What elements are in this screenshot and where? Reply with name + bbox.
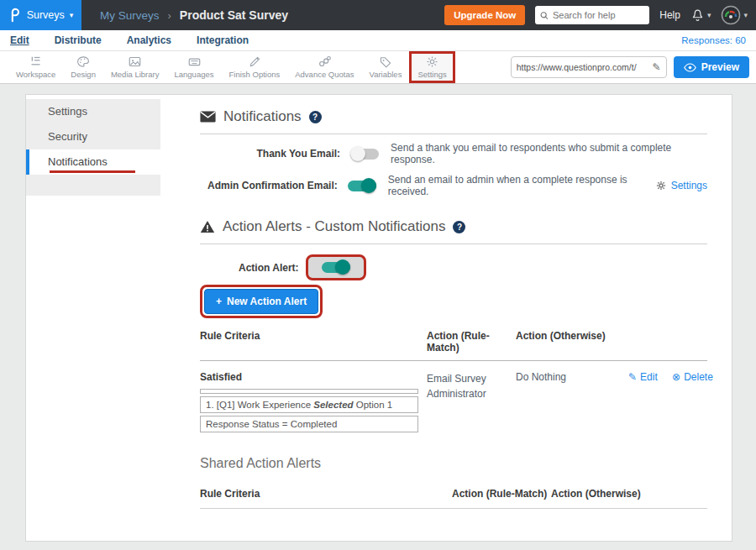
- toolbar-item-variables[interactable]: Variables: [362, 51, 410, 83]
- toolbar-item-settings[interactable]: Settings: [409, 51, 454, 83]
- sidebar-item-label: Security: [48, 130, 87, 143]
- new-action-alert-button[interactable]: + New Action Alert: [204, 289, 318, 314]
- preview-label: Preview: [701, 61, 739, 73]
- criteria-text: 1. [Q1] Work Experience: [206, 400, 313, 410]
- settings-panel: Settings Security Notifications Notifica…: [25, 94, 732, 542]
- chevron-down-icon: ▾: [70, 11, 74, 19]
- notifications-section-header: Notifications ?: [200, 108, 707, 134]
- palette-icon: [76, 55, 90, 68]
- product-menu-label: Surveys: [27, 9, 65, 21]
- action-alert-row: Satisfied 1. [Q1] Work Experience Select…: [200, 361, 707, 432]
- admin-confirmation-email-label: Admin Confirmation Email:: [200, 180, 338, 191]
- edit-url-icon[interactable]: ✎: [653, 61, 661, 73]
- section-title-shared-action-alerts: Shared Action Alerts: [200, 456, 707, 471]
- help-icon[interactable]: ?: [453, 221, 465, 233]
- shared-alerts-empty-area: [200, 509, 707, 532]
- toolbar-label: Finish Options: [229, 70, 281, 79]
- survey-url-field[interactable]: ✎: [511, 56, 667, 78]
- toolbar-label: Settings: [417, 70, 446, 79]
- notifications-bell-menu[interactable]: ▾: [690, 8, 711, 23]
- survey-nav: Edit Distribute Analytics Integration Re…: [0, 30, 756, 51]
- red-annotation-box: + New Action Alert: [200, 285, 323, 318]
- edit-icon: ✎: [628, 371, 637, 383]
- delete-action-alert-link[interactable]: ⊗ Delete: [672, 371, 713, 383]
- chevron-down-icon: ▾: [743, 11, 748, 19]
- sidebar-item-security[interactable]: Security: [26, 124, 160, 149]
- preview-button[interactable]: Preview: [674, 56, 749, 78]
- edit-action-alert-link[interactable]: ✎ Edit: [628, 371, 658, 383]
- toolbar-item-finish-options[interactable]: Finish Options: [222, 51, 288, 83]
- action-otherwise-value: Do Nothing: [516, 371, 628, 432]
- plus-icon: +: [216, 296, 222, 307]
- breadcrumb: My Surveys › Product Sat Survey: [100, 8, 288, 22]
- criteria-text: Response Status = Completed: [206, 419, 337, 429]
- action-rule-match-value: Email Survey Administrator: [427, 371, 516, 432]
- tab-distribute[interactable]: Distribute: [55, 34, 102, 46]
- chain-icon: [318, 55, 332, 68]
- upgrade-now-button[interactable]: Upgrade Now: [444, 5, 525, 25]
- toolbar-item-advance-quotas[interactable]: Advance Quotas: [287, 51, 361, 83]
- col-rule-criteria: Rule Criteria: [200, 488, 452, 500]
- toolbar-label: Variables: [370, 70, 402, 79]
- top-bar: Surveys ▾ My Surveys › Product Sat Surve…: [0, 0, 756, 30]
- thank-you-email-description: Send a thank you email to respondents wh…: [391, 142, 707, 165]
- toolbar-label: Media Library: [111, 70, 160, 79]
- toolbar-item-languages[interactable]: Languages: [166, 51, 221, 83]
- shared-alerts-table-header: Rule Criteria Action (Rule-Match) Action…: [200, 488, 707, 509]
- admin-confirmation-email-toggle[interactable]: [348, 181, 376, 191]
- admin-email-settings-link[interactable]: Settings: [656, 180, 707, 191]
- breadcrumb-survey-name: Product Sat Survey: [180, 8, 288, 22]
- section-title-notifications: Notifications: [223, 108, 302, 125]
- action-alerts-table-header: Rule Criteria Action (Rule-Match) Action…: [200, 330, 707, 361]
- col-action-otherwise: Action (Otherwise): [516, 330, 628, 354]
- toolbar-label: Advance Quotas: [295, 70, 354, 79]
- survey-url-input[interactable]: [517, 62, 649, 72]
- search-input[interactable]: [553, 10, 644, 20]
- surveys-product-menu[interactable]: Surveys ▾: [0, 0, 81, 30]
- thank-you-email-toggle[interactable]: [350, 149, 379, 160]
- breadcrumb-my-surveys[interactable]: My Surveys: [100, 9, 160, 22]
- toolbar-item-design[interactable]: Design: [63, 51, 103, 83]
- section-title-action-alerts: Action Alerts - Custom Notifications: [223, 218, 445, 235]
- col-action-rule-match: Action (Rule-Match): [427, 330, 516, 354]
- settings-sidebar: Settings Security Notifications: [26, 99, 160, 196]
- rule-criteria-2: Response Status = Completed: [200, 416, 418, 432]
- sidebar-item-label: Notifications: [48, 155, 108, 168]
- help-icon[interactable]: ?: [309, 111, 322, 123]
- delete-icon: ⊗: [672, 371, 680, 383]
- toolbar-item-workspace[interactable]: Workspace: [8, 51, 63, 83]
- red-annotation-underline: [50, 170, 135, 173]
- account-menu[interactable]: ▾: [721, 5, 748, 25]
- bell-icon: [690, 8, 705, 23]
- action-alerts-section-header: Action Alerts - Custom Notifications ?: [200, 218, 707, 244]
- rule-criteria-1: 1. [Q1] Work Experience Selected Option …: [200, 396, 418, 413]
- sidebar-item-label: Settings: [48, 105, 87, 118]
- rule-status: Satisfied: [200, 371, 427, 383]
- eye-icon: [684, 63, 696, 72]
- tab-analytics[interactable]: Analytics: [127, 34, 171, 46]
- sidebar-item-notifications[interactable]: Notifications: [26, 149, 160, 175]
- thank-you-email-label: Thank You Email:: [200, 148, 340, 160]
- action-alert-toggle[interactable]: [322, 262, 350, 273]
- search-icon: [540, 11, 549, 20]
- chevron-down-icon: ▾: [707, 11, 711, 19]
- rule-box-empty: [200, 389, 418, 394]
- thank-you-email-row: Thank You Email: Send a thank you email …: [200, 141, 707, 166]
- warning-icon: [200, 220, 215, 233]
- col-rule-criteria: Rule Criteria: [200, 330, 427, 354]
- tab-integration[interactable]: Integration: [197, 34, 249, 46]
- responses-count[interactable]: Responses: 60: [681, 35, 746, 45]
- toolbar-label: Languages: [174, 70, 213, 79]
- tag-icon: [379, 55, 392, 68]
- sidebar-item-settings[interactable]: Settings: [26, 99, 160, 124]
- help-link[interactable]: Help: [659, 9, 680, 21]
- gear-icon: [425, 55, 439, 68]
- tab-edit[interactable]: Edit: [10, 34, 29, 46]
- workspace-icon: [29, 55, 43, 68]
- edit-toolbar: Workspace Design Media Library Languages…: [0, 51, 756, 84]
- edit-label: Edit: [640, 371, 658, 383]
- help-search[interactable]: [535, 6, 649, 24]
- avatar: [721, 5, 741, 25]
- toolbar-item-media-library[interactable]: Media Library: [103, 51, 167, 83]
- settings-link-label: Settings: [671, 180, 707, 191]
